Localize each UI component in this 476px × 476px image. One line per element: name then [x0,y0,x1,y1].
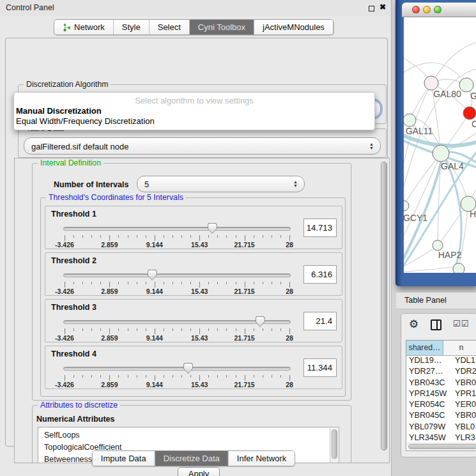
cell-shared-name[interactable]: YER054C [406,400,451,411]
slider-track[interactable] [63,367,291,371]
table-data-combo[interactable]: galFiltered.sif default node ▲▼ [24,137,381,155]
close-button[interactable] [412,6,420,13]
threshold-row: Threshold 4 -3.4262.8599.14415.4321.7152… [45,346,342,389]
column-header-name[interactable]: n [443,341,476,355]
group-title: Attributes to discretize [38,401,120,410]
tab-label: jActiveMNodules [263,20,325,35]
network-node-gal80[interactable] [424,76,438,90]
cell-shared-name[interactable]: YDR27… [406,367,451,378]
panel-title: Control Panel [6,3,54,12]
tab-label: Infer Network [237,451,286,466]
settings-scroll-area: Interval Definition Number of Intervals … [14,158,390,463]
threshold-slider[interactable] [63,316,293,328]
scale-tick-label: 9.144 [146,334,163,342]
tab-label: Select [158,20,181,35]
apply-button[interactable]: Apply [178,467,220,476]
table-panel: ⚙ ☑☑ shared… n YDL19…YDL1YDR27…YDR2YBR04… [401,313,476,457]
scale-tick-label: 15.43 [191,381,208,388]
column-header-shared-name[interactable]: shared… [406,341,443,355]
cell-shared-name[interactable]: YPR145W [406,389,451,400]
table-row[interactable]: YDL19…YDL1 [406,356,476,367]
vertical-scrollbar[interactable] [380,160,388,462]
bottom-tab-impute-data[interactable]: Impute Data [93,451,155,466]
threshold-slider[interactable] [63,223,293,234]
checkbox-icons[interactable]: ☑☑ [453,319,469,328]
minimize-button[interactable] [423,6,431,13]
cell-name[interactable]: YBL0 [451,422,475,433]
cell-name[interactable]: YDL1 [451,356,475,367]
slider-thumb[interactable] [256,316,265,327]
bottom-tab-discretize-data[interactable]: Discretize Data [155,451,228,466]
close-icon[interactable]: ✖ [380,3,386,12]
table-row[interactable]: YBR043CYBR0 [406,378,476,389]
table-row[interactable]: YDR27…YDR2 [406,367,476,378]
horizontal-scrollbar[interactable] [407,443,476,450]
cell-shared-name[interactable]: YBL079W [406,422,451,433]
zoom-button[interactable] [434,6,441,13]
number-of-intervals-combo[interactable]: 5 ▲▼ [137,176,305,192]
attribute-item-selfloops[interactable]: SelfLoops [38,429,339,441]
tab-network[interactable]: Network [54,20,113,35]
scale-tick-label: 21.715 [234,241,255,249]
cell-shared-name[interactable]: YBR045C [406,411,451,422]
tab-jactivemnodules[interactable]: jActiveMNodules [254,20,333,35]
cell-name[interactable]: YPR1 [451,389,476,400]
network-node-gal11[interactable] [404,114,416,127]
threshold-slider[interactable] [63,363,293,374]
scale-tick-label: -3.426 [55,381,74,388]
node-label: GAL80 [433,89,461,99]
threshold-value-field[interactable]: 11.344 [303,358,337,377]
network-node-c[interactable] [463,107,476,119]
table-row[interactable]: YPR145WYPR1 [406,389,476,400]
list-scrollbar[interactable] [330,428,338,463]
threshold-value-field[interactable]: 6.316 [303,265,337,284]
network-node-gcy1[interactable] [404,201,409,211]
scale-tick-label: 15.43 [191,334,208,342]
slider-track[interactable] [63,273,291,277]
interval-definition-group: Interval Definition Number of Intervals … [32,163,351,401]
algorithm-option-equal-width-frequency-discretization[interactable]: Equal Width/Frequency Discretization [16,116,155,126]
scale-tick-label: 15.43 [191,288,208,295]
threshold-slider[interactable] [63,270,293,281]
network-canvas[interactable]: GAL80GACGAL11GAL4GCY1HHAP2 [404,17,476,273]
threshold-label: Threshold 3 [51,303,96,312]
columns-icon[interactable] [431,319,441,330]
network-icon [63,23,71,32]
slider-thumb[interactable] [148,270,157,280]
table-row[interactable]: YBR045CYBR0 [406,411,476,422]
gear-icon[interactable]: ⚙ [409,318,418,331]
cell-shared-name[interactable]: YDL19… [406,356,451,367]
table-row[interactable]: YBL079WYBL0 [406,422,476,433]
threshold-value-field[interactable]: 14.713 [303,219,337,237]
slider-thumb[interactable] [208,223,217,234]
tab-select[interactable]: Select [149,20,189,35]
network-node-hap2[interactable] [433,240,443,250]
cell-name[interactable]: YBR0 [451,378,476,389]
algorithm-option-manual-discretization[interactable]: Manual Discretization [16,106,102,116]
slider-track[interactable] [63,227,291,231]
cell-name[interactable]: YER0 [451,400,476,411]
scale-tick-label: 2.859 [101,334,118,342]
group-title: Threshold's Coordinates for 5 Intervals [46,193,186,202]
cell-name[interactable]: YDR2 [451,367,476,378]
right-region: GAL80GACGAL11GAL4GCY1HHAP2 Table Panel ⚙… [392,0,476,476]
threshold-value-field[interactable]: 21.4 [303,312,337,330]
slider-thumb[interactable] [183,363,193,374]
network-node[interactable] [453,263,464,273]
tab-cyni-toolbox[interactable]: Cyni Toolbox [189,20,254,35]
scale-tick-label: -3.426 [55,288,74,295]
application-window: Control Panel ✖ NetworkStyleSelectCyni T… [0,0,476,476]
tab-label: Discretize Data [164,451,220,466]
node-label: GAL4 [441,161,464,171]
network-view-window[interactable]: GAL80GACGAL11GAL4GCY1HHAP2 [395,0,476,286]
cyni-mode-tab-bar: Impute DataDiscretize DataInfer Network [92,450,295,466]
float-window-icon[interactable] [369,6,374,12]
tab-style[interactable]: Style [113,20,149,35]
network-node-gal4[interactable] [433,145,449,162]
table-panel-titlebar: Table Panel [396,292,476,309]
cell-name[interactable]: YBR0 [451,411,476,422]
cell-shared-name[interactable]: YBR043C [406,378,451,389]
table-row[interactable]: YER054CYER0 [406,400,476,411]
network-node-ga[interactable] [459,78,473,92]
bottom-tab-infer-network[interactable]: Infer Network [228,451,295,466]
